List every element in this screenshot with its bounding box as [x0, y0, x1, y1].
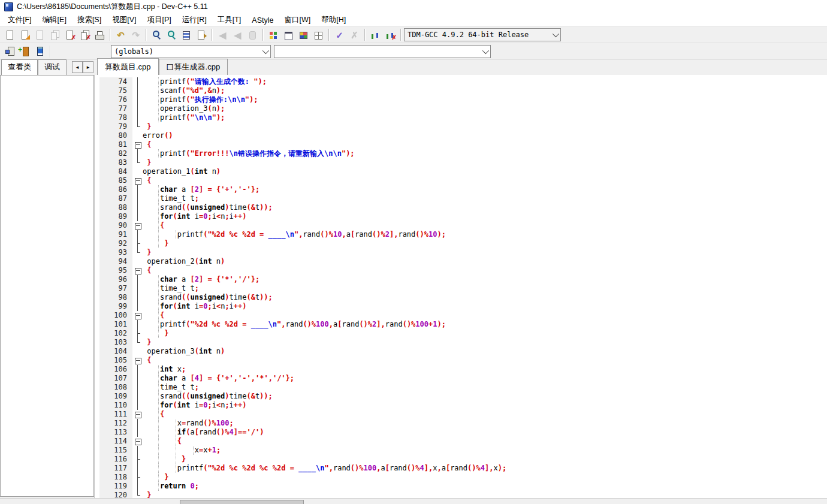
menu-item[interactable]: 编辑[E] — [37, 14, 72, 26]
menu-item[interactable]: 搜索[S] — [72, 14, 107, 26]
open-file-button[interactable] — [17, 28, 32, 41]
editor-tab[interactable]: 口算生成器.cpp — [159, 59, 228, 75]
profile-button[interactable] — [368, 28, 383, 41]
code-line: 111 { — [99, 410, 827, 419]
menu-item[interactable]: 帮助[H] — [316, 14, 351, 26]
indent-guide — [193, 446, 194, 455]
goto-bookmark-button[interactable] — [32, 45, 47, 58]
new-file-icon — [5, 30, 15, 40]
code-line: 101 printf("%2d %c %2d = ____\n",rand()%… — [99, 320, 827, 329]
goto-declaration-button[interactable] — [245, 28, 260, 41]
code-text: { — [143, 410, 827, 419]
fold-collapse-icon[interactable] — [135, 412, 141, 418]
code-line: 110 for(int i=0;i<n;i++) — [99, 401, 827, 410]
run-button[interactable] — [281, 28, 296, 41]
menu-item[interactable]: AStyle — [246, 15, 279, 26]
members-combobox[interactable] — [274, 45, 491, 58]
indent-guide — [158, 401, 159, 410]
line-number: 84 — [99, 167, 132, 176]
code-text: char a [2] = {'+','-'}; — [143, 185, 827, 194]
redo-button[interactable]: ↷ — [128, 28, 143, 41]
fold-gutter — [132, 428, 143, 437]
insert-snippet-button[interactable] — [2, 45, 17, 58]
compiler-combobox[interactable]: TDM-GCC 4.9.2 64-bit Release — [404, 28, 561, 41]
fold-collapse-icon[interactable] — [135, 439, 141, 445]
globals-combobox-value: (globals) — [114, 47, 153, 56]
line-number: 113 — [99, 428, 132, 437]
line-number: 94 — [99, 257, 132, 266]
fold-toggle[interactable] — [132, 221, 143, 230]
find-in-files-button[interactable] — [164, 28, 179, 41]
left-panel-tab-active[interactable]: 查看类 — [1, 59, 38, 75]
code-text: { — [143, 221, 827, 230]
code-line: 117 printf("%2d %c %2d %c %2d = ____\n",… — [99, 464, 827, 473]
fold-toggle[interactable] — [132, 176, 143, 185]
line-number: 89 — [99, 212, 132, 221]
fold-toggle[interactable] — [132, 437, 143, 446]
toggle-bookmark-button[interactable]: + — [17, 45, 32, 58]
compile-button[interactable] — [266, 28, 281, 41]
menu-item[interactable]: 运行[R] — [177, 14, 212, 26]
code-line: 115 x=x+1; — [99, 446, 827, 455]
fold-toggle[interactable] — [132, 311, 143, 320]
class-browser-panel[interactable] — [0, 75, 94, 497]
save-button[interactable] — [32, 28, 47, 41]
line-number: 83 — [99, 158, 132, 167]
undo-button[interactable]: ↶ — [113, 28, 128, 41]
forward-button[interactable]: ◀ — [230, 28, 245, 41]
editor-tab-active[interactable]: 算数题目.cpp — [97, 58, 159, 75]
indent-guide — [158, 77, 159, 86]
replace-button[interactable] — [179, 28, 194, 41]
code-text: operation_3(n); — [143, 104, 827, 113]
menu-item[interactable]: 项目[P] — [141, 14, 176, 26]
new-file-button[interactable] — [2, 28, 17, 41]
indent-guide — [176, 428, 176, 437]
run-icon — [283, 30, 294, 40]
delete-profiling-button[interactable]: ✗ — [383, 28, 398, 41]
fold-collapse-icon[interactable] — [135, 313, 141, 319]
find-button[interactable] — [149, 28, 164, 41]
back-button[interactable]: ◀ — [215, 28, 230, 41]
tab-scroll-left-button[interactable]: ◂ — [72, 61, 83, 73]
fold-collapse-icon[interactable] — [135, 223, 141, 230]
code-text: } — [143, 122, 827, 131]
line-number: 117 — [99, 464, 132, 473]
code-text: x=x+1; — [143, 446, 827, 455]
code-text: x=rand()%100; — [143, 419, 827, 428]
indent-guide — [158, 185, 159, 194]
fold-toggle[interactable] — [132, 356, 143, 365]
fold-toggle[interactable] — [132, 140, 143, 149]
code-editor[interactable]: 74 printf("请输入生成个数: ");75 scanf("%d",&n)… — [94, 75, 827, 498]
fold-gutter — [132, 347, 143, 356]
close-all-button[interactable]: ✗ — [77, 28, 92, 41]
abort-button[interactable]: ✗ — [347, 28, 362, 41]
fold-collapse-icon[interactable] — [135, 178, 141, 185]
compile-and-run-button[interactable] — [296, 28, 311, 41]
code-text: srand((unsigned)time(&t)); — [143, 203, 827, 212]
fold-toggle[interactable] — [132, 266, 143, 275]
menu-item[interactable]: 文件[F] — [2, 14, 37, 26]
line-number: 99 — [99, 302, 132, 311]
menu-item[interactable]: 窗口[W] — [279, 14, 316, 26]
fold-toggle[interactable] — [132, 410, 143, 419]
goto-declaration-icon — [248, 30, 258, 40]
goto-line-button[interactable] — [194, 28, 209, 41]
indent-guide — [158, 113, 159, 122]
syntax-check-button[interactable]: ✓ — [332, 28, 347, 41]
fold-collapse-icon[interactable] — [135, 268, 141, 274]
left-panel-tab-inactive[interactable]: 调试 — [38, 59, 67, 75]
code-line: 108 time_t t; — [99, 383, 827, 392]
menu-item[interactable]: 视图[V] — [107, 14, 141, 26]
save-all-button[interactable] — [47, 28, 62, 41]
code-line: 86 char a [2] = {'+','-'}; — [99, 185, 827, 194]
close-button[interactable]: ✗ — [62, 28, 77, 41]
print-button[interactable] — [92, 28, 107, 41]
tab-scroll-right-button[interactable]: ▸ — [83, 61, 93, 73]
fold-collapse-icon[interactable] — [135, 358, 141, 364]
code-text: } — [143, 338, 827, 347]
menu-item[interactable]: 工具[T] — [212, 14, 247, 26]
rebuild-all-button[interactable] — [311, 28, 326, 41]
globals-combobox[interactable]: (globals) — [111, 45, 271, 58]
fold-collapse-icon[interactable] — [135, 142, 141, 149]
code-line: 77 operation_3(n); — [99, 104, 827, 113]
